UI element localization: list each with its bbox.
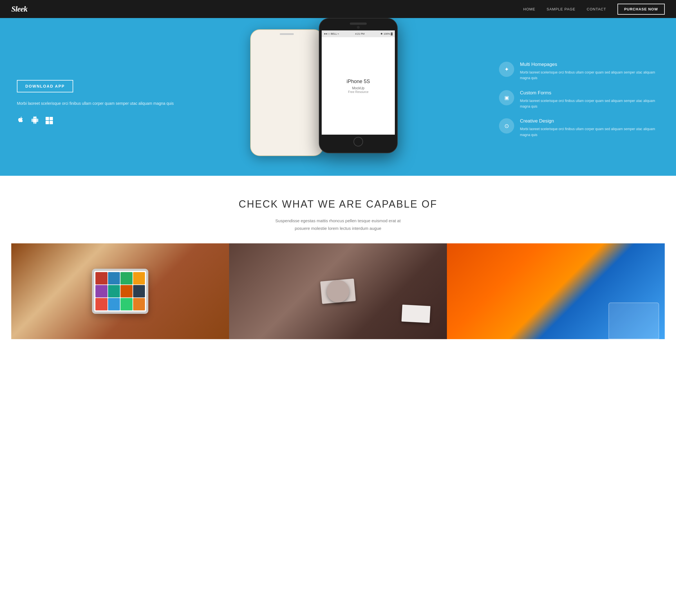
capabilities-section: CHECK WHAT WE ARE CAPABLE OF Suspendisse… bbox=[0, 176, 676, 356]
phone-screen: ●●○○ BELL ≈ 4:21 PM ✱ 100% ▓ iPhone 5S M… bbox=[322, 31, 395, 135]
android-icon[interactable] bbox=[31, 116, 39, 125]
feature-custom-forms: ▣ Custom Forms Morbi laoreet scelerisque… bbox=[499, 90, 665, 110]
windows-icon[interactable] bbox=[46, 117, 53, 124]
ios-icon[interactable] bbox=[17, 116, 24, 125]
phone-status-bar: ●●○○ BELL ≈ 4:21 PM ✱ 100% ▓ bbox=[322, 31, 395, 37]
creative-design-icon-circle: ⊙ bbox=[499, 118, 514, 134]
multi-homepages-title: Multi Homepages bbox=[520, 62, 665, 67]
creative-design-text: Creative Design Morbi laoreet scelerisqu… bbox=[520, 118, 665, 138]
custom-forms-text: Custom Forms Morbi laoreet scelerisque o… bbox=[520, 90, 665, 110]
portfolio-image-workspace bbox=[447, 243, 665, 339]
phone-mockup-container: ●●○○ BELL ≈ 4:21 PM ✱ 100% ▓ iPhone 5S M… bbox=[223, 18, 494, 176]
phone-black-mockup: ●●○○ BELL ≈ 4:21 PM ✱ 100% ▓ iPhone 5S M… bbox=[319, 18, 398, 153]
hero-left-panel: DOWNLOAD APP Morbi laoreet scelerisque o… bbox=[0, 18, 223, 176]
creative-design-desc: Morbi laoreet scelerisque orci finibus u… bbox=[520, 126, 665, 138]
portfolio-grid bbox=[11, 243, 665, 339]
hero-description: Morbi laoreet scelerisque orci finibus u… bbox=[17, 100, 212, 107]
thumb-11 bbox=[120, 298, 132, 310]
portfolio-item-stationery[interactable] bbox=[229, 243, 447, 339]
custom-forms-icon-circle: ▣ bbox=[499, 90, 514, 105]
nav-contact[interactable]: CONTACT bbox=[587, 7, 606, 11]
thumb-1 bbox=[96, 272, 108, 285]
thumb-7 bbox=[120, 285, 132, 298]
thumb-2 bbox=[108, 272, 120, 285]
tablet-icon: ▣ bbox=[504, 95, 509, 101]
capabilities-heading: CHECK WHAT WE ARE CAPABLE OF bbox=[11, 198, 665, 210]
tablet-mockup bbox=[92, 269, 148, 314]
thumb-4 bbox=[133, 272, 145, 285]
nav-home[interactable]: HOME bbox=[523, 7, 535, 11]
nav-sample-page[interactable]: SAMPLE PAGE bbox=[547, 7, 575, 11]
portfolio-item-workspace[interactable] bbox=[447, 243, 665, 339]
phone-content-area: iPhone 5S MockUp Free Resource bbox=[322, 37, 395, 135]
brand-logo[interactable]: Sleek bbox=[11, 4, 27, 13]
custom-forms-desc: Morbi laoreet scelerisque orci finibus u… bbox=[520, 98, 665, 110]
capabilities-subtext-1: Suspendisse egestas mattis rhoncus pelle… bbox=[11, 217, 665, 224]
thumb-8 bbox=[133, 285, 145, 298]
thumb-3 bbox=[120, 272, 132, 285]
navbar: Sleek HOME SAMPLE PAGE CONTACT PURCHASE … bbox=[0, 0, 676, 18]
custom-forms-title: Custom Forms bbox=[520, 90, 665, 96]
phone-camera bbox=[357, 26, 360, 29]
toggle-icon: ⊙ bbox=[504, 122, 509, 129]
hero-section: DOWNLOAD APP Morbi laoreet scelerisque o… bbox=[0, 18, 676, 176]
portfolio-item-tablet[interactable] bbox=[11, 243, 229, 339]
magic-wand-icon: ✦ bbox=[504, 66, 509, 73]
portfolio-image-stationery bbox=[229, 243, 447, 339]
phone-model-sub: Free Resource bbox=[348, 90, 369, 94]
nav-links: HOME SAMPLE PAGE CONTACT PURCHASE NOW bbox=[523, 4, 665, 15]
thumb-12 bbox=[133, 298, 145, 310]
capabilities-subtext-2: posuere molestie lorem lectus interdum a… bbox=[11, 224, 665, 232]
purchase-now-button[interactable]: PURCHASE NOW bbox=[617, 4, 665, 15]
feature-creative-design: ⊙ Creative Design Morbi laoreet sceleris… bbox=[499, 118, 665, 138]
thumb-5 bbox=[96, 285, 108, 298]
hero-right-features: ✦ Multi Homepages Morbi laoreet sceleris… bbox=[493, 18, 676, 176]
phone-model-label: MockUp bbox=[352, 86, 364, 90]
thumb-10 bbox=[108, 298, 120, 310]
platform-icons-group bbox=[17, 116, 212, 125]
phone-home-button bbox=[353, 137, 363, 147]
multi-homepages-desc: Morbi laoreet scelerisque orci finibus u… bbox=[520, 69, 665, 81]
portfolio-image-tablet bbox=[11, 243, 229, 339]
feature-multi-homepages: ✦ Multi Homepages Morbi laoreet sceleris… bbox=[499, 62, 665, 81]
phone-model-name: iPhone 5S bbox=[347, 79, 370, 85]
multi-homepages-icon-circle: ✦ bbox=[499, 62, 514, 77]
thumb-9 bbox=[96, 298, 108, 310]
multi-homepages-text: Multi Homepages Morbi laoreet scelerisqu… bbox=[520, 62, 665, 81]
creative-design-title: Creative Design bbox=[520, 118, 665, 124]
thumb-6 bbox=[108, 285, 120, 298]
download-app-button[interactable]: DOWNLOAD APP bbox=[17, 80, 73, 92]
phone-white-mockup bbox=[250, 29, 323, 156]
